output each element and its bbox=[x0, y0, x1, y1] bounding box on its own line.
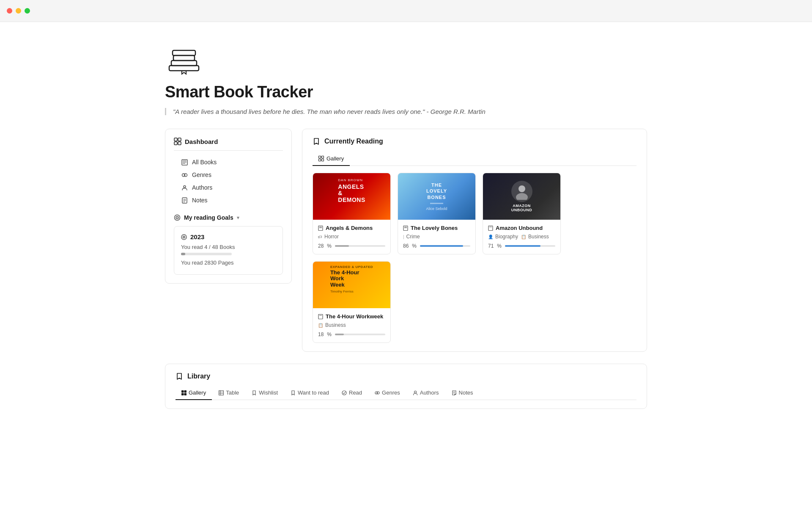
authors-icon bbox=[181, 185, 188, 191]
notes-label: Notes bbox=[192, 197, 208, 204]
book-card-amazon-unbound[interactable]: AMAZONUNBOUND Amazon Unbound 👤 bbox=[483, 173, 561, 254]
currently-reading-title: Currently Reading bbox=[324, 138, 383, 145]
book-icon-4 bbox=[318, 314, 323, 319]
notes-icon bbox=[181, 197, 188, 204]
svg-rect-39 bbox=[318, 314, 323, 319]
maximize-button[interactable] bbox=[25, 8, 30, 14]
year-icon bbox=[181, 234, 187, 240]
book-title-lovely-bones: The Lovely Bones bbox=[403, 225, 470, 231]
svg-rect-42 bbox=[184, 390, 187, 392]
svg-rect-27 bbox=[319, 159, 321, 161]
progress-bar-bg-2 bbox=[420, 245, 470, 247]
svg-rect-7 bbox=[178, 142, 181, 145]
svg-rect-45 bbox=[219, 390, 224, 395]
book-card-four-hour-workweek[interactable]: Expanded & Updated The 4-HourWorkWeek Ti… bbox=[313, 261, 391, 343]
all-books-icon bbox=[181, 159, 188, 166]
progress-bar-bg-4 bbox=[335, 334, 385, 335]
svg-rect-3 bbox=[173, 50, 195, 55]
goals-header[interactable]: My reading Goals ▾ bbox=[174, 214, 283, 221]
progress-bar-bg-3 bbox=[505, 245, 555, 247]
book-icon-2 bbox=[403, 226, 408, 231]
lib-tab-wishlist[interactable]: Wishlist bbox=[246, 386, 284, 400]
quote-text: "A reader lives a thousand lives before … bbox=[173, 108, 486, 115]
progress-bar-fill-2 bbox=[420, 245, 463, 247]
book-genre-four-hour-workweek: 📋 Business bbox=[318, 322, 385, 328]
lib-gallery-label: Gallery bbox=[189, 389, 206, 396]
lib-gallery-icon bbox=[181, 390, 187, 395]
book-cover-amazon-unbound: AMAZONUNBOUND bbox=[483, 173, 560, 220]
library-tab-bar: Gallery Table Wishlist bbox=[176, 386, 636, 400]
svg-point-52 bbox=[414, 391, 416, 393]
sidebar-item-notes[interactable]: Notes bbox=[179, 194, 283, 207]
lib-read-icon bbox=[342, 390, 347, 395]
sidebar-item-authors[interactable]: Authors bbox=[179, 181, 283, 194]
svg-rect-32 bbox=[403, 226, 408, 230]
progress-bar-fill-3 bbox=[505, 245, 540, 247]
minimize-button[interactable] bbox=[16, 8, 21, 14]
lib-tab-table[interactable]: Table bbox=[213, 386, 245, 400]
all-books-label: All Books bbox=[192, 159, 217, 166]
book-info-four-hour-workweek: The 4-Hour Workweek 📋 Business 18% bbox=[313, 308, 390, 342]
svg-point-51 bbox=[377, 392, 379, 394]
close-button[interactable] bbox=[7, 8, 12, 14]
titlebar bbox=[0, 0, 812, 22]
lib-tab-want-to-read[interactable]: Want to read bbox=[285, 386, 335, 400]
svg-rect-5 bbox=[178, 138, 181, 141]
currently-reading-tab-bar: Gallery bbox=[313, 152, 636, 166]
lib-tab-genres[interactable]: Genres bbox=[369, 386, 406, 400]
lib-want-to-read-label: Want to read bbox=[298, 389, 329, 396]
book-icon-3 bbox=[488, 226, 493, 231]
progress-bar-fill-4 bbox=[335, 334, 344, 335]
lib-tab-authors[interactable]: Authors bbox=[407, 386, 445, 400]
goals-title: My reading Goals bbox=[184, 214, 233, 221]
goals-pages-stat: You read 2830 Pages bbox=[181, 260, 276, 266]
app-logo-icon bbox=[165, 42, 203, 76]
genre-label-4: Business bbox=[325, 322, 346, 328]
book-info-amazon-unbound: Amazon Unbound 👤 Biography 📋 Business 71… bbox=[483, 220, 560, 254]
svg-point-13 bbox=[184, 174, 187, 177]
book-card-angels-demons[interactable]: Dan Brown ANGELS&DEMONS Angels & Demons bbox=[313, 173, 391, 254]
lib-read-label: Read bbox=[349, 389, 362, 396]
lib-wishlist-label: Wishlist bbox=[259, 389, 278, 396]
svg-rect-0 bbox=[169, 66, 199, 71]
quote-block: "A reader lives a thousand lives before … bbox=[165, 108, 647, 115]
goals-books-stat: You read 4 / 48 Books bbox=[181, 244, 276, 250]
goals-icon bbox=[174, 214, 181, 221]
svg-rect-6 bbox=[174, 142, 177, 145]
book-progress-angels-demons: 28% bbox=[318, 243, 385, 249]
book-genre-lovely-bones: | Crime bbox=[403, 234, 470, 240]
svg-rect-43 bbox=[182, 393, 184, 395]
library-header: Library bbox=[176, 373, 636, 380]
goals-chevron-icon: ▾ bbox=[237, 215, 239, 221]
svg-rect-37 bbox=[488, 226, 493, 230]
lib-tab-read[interactable]: Read bbox=[336, 386, 368, 400]
sidebar-item-all-books[interactable]: All Books bbox=[179, 156, 283, 168]
lib-genres-label: Genres bbox=[382, 389, 400, 396]
genre-label: Horror bbox=[324, 234, 339, 240]
lib-tab-gallery[interactable]: Gallery bbox=[176, 386, 212, 400]
lib-wishlist-icon bbox=[252, 390, 257, 395]
book-progress-four-hour-workweek: 18% bbox=[318, 331, 385, 337]
gallery-tab[interactable]: Gallery bbox=[313, 152, 350, 166]
main-layout: Dashboard All Books bbox=[165, 129, 647, 352]
lib-tab-notes[interactable]: Notes bbox=[446, 386, 479, 400]
book-progress-amazon-unbound: 71% bbox=[488, 243, 555, 249]
gallery-tab-icon bbox=[318, 156, 324, 161]
genre-label-2: Crime bbox=[406, 234, 420, 240]
library-section: Library Gallery Table bbox=[165, 364, 647, 409]
svg-rect-41 bbox=[182, 390, 184, 392]
book-info-lovely-bones: The Lovely Bones | Crime 86% bbox=[398, 220, 475, 254]
book-cover-angels-demons: Dan Brown ANGELS&DEMONS bbox=[313, 173, 390, 220]
sidebar-nav: All Books Genres Authors bbox=[174, 156, 283, 207]
dashboard-heading: Dashboard bbox=[174, 138, 283, 151]
book-title-four-hour-workweek: The 4-Hour Workweek bbox=[318, 313, 385, 320]
svg-point-35 bbox=[518, 185, 525, 192]
book-cover-four-hour-workweek: Expanded & Updated The 4-HourWorkWeek Ti… bbox=[313, 262, 390, 308]
sidebar-item-genres[interactable]: Genres bbox=[179, 168, 283, 181]
book-card-lovely-bones[interactable]: THELOVELYBONES Alice Sebold bbox=[398, 173, 476, 254]
lib-authors-label: Authors bbox=[420, 389, 439, 396]
svg-rect-44 bbox=[184, 393, 187, 395]
lib-table-icon bbox=[219, 390, 224, 395]
svg-rect-26 bbox=[322, 156, 324, 158]
book-icon bbox=[318, 226, 323, 231]
